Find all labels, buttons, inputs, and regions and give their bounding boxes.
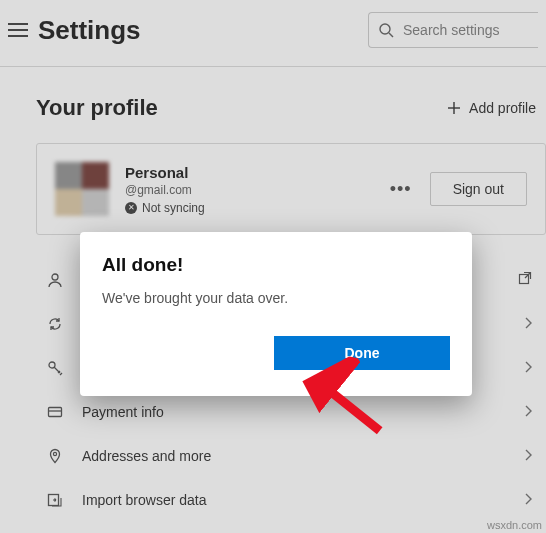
chevron-right-icon: [524, 448, 532, 464]
person-icon: [46, 272, 64, 288]
menu-item-payment-info[interactable]: Payment info: [36, 390, 546, 434]
page-title: Settings: [38, 15, 141, 46]
location-icon: [46, 448, 64, 464]
sign-out-button[interactable]: Sign out: [430, 172, 527, 206]
menu-label: Payment info: [82, 404, 164, 420]
plus-icon: [447, 101, 461, 115]
menu-toggle-button[interactable]: [8, 23, 28, 37]
sync-status-text: Not syncing: [142, 201, 205, 215]
avatar: [55, 162, 109, 216]
chevron-right-icon: [524, 492, 532, 508]
svg-point-0: [380, 24, 390, 34]
card-icon: [46, 404, 64, 420]
chevron-right-icon: [524, 316, 532, 332]
import-icon: [46, 492, 64, 508]
sync-icon: [46, 316, 64, 332]
more-options-button[interactable]: •••: [390, 179, 412, 200]
svg-line-1: [389, 33, 393, 37]
add-profile-label: Add profile: [469, 100, 536, 116]
search-icon: [378, 22, 394, 38]
menu-item-import-browser-data[interactable]: Import browser data: [36, 478, 546, 522]
menu-label: Import browser data: [82, 492, 207, 508]
add-profile-button[interactable]: Add profile: [447, 100, 536, 116]
chevron-right-icon: [524, 360, 532, 376]
dialog-body: We've brought your data over.: [102, 290, 450, 306]
chevron-right-icon: [524, 404, 532, 420]
watermark: wsxdn.com: [487, 519, 542, 531]
svg-rect-8: [49, 408, 62, 417]
profile-card: Personal @gmail.com ✕ Not syncing ••• Si…: [36, 143, 546, 235]
profile-name: Personal: [125, 164, 205, 181]
key-icon: [46, 360, 64, 376]
done-button[interactable]: Done: [274, 336, 450, 370]
dialog-title: All done!: [102, 254, 450, 276]
external-link-icon: [518, 271, 532, 288]
sync-status-icon: ✕: [125, 202, 137, 214]
svg-line-6: [525, 273, 530, 278]
svg-point-4: [52, 274, 58, 280]
section-heading-your-profile: Your profile: [36, 95, 158, 121]
svg-point-10: [53, 452, 56, 455]
menu-item-addresses[interactable]: Addresses and more: [36, 434, 546, 478]
import-complete-dialog: All done! We've brought your data over. …: [80, 232, 472, 396]
menu-label: Addresses and more: [82, 448, 211, 464]
profile-email: @gmail.com: [125, 183, 205, 197]
